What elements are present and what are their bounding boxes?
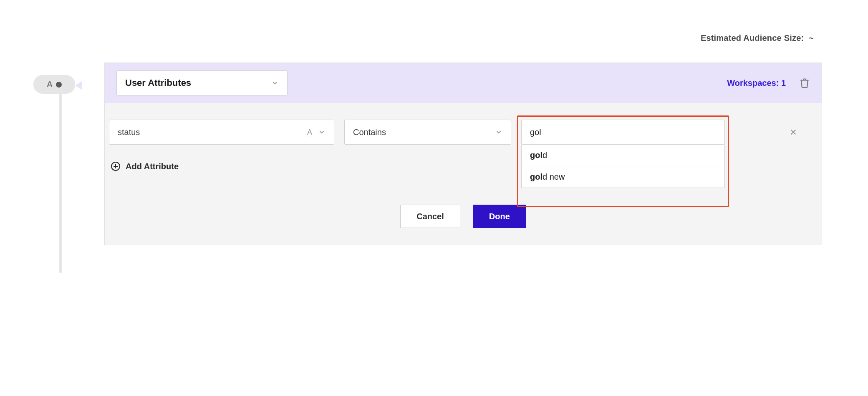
step-node-pill[interactable]: A <box>33 75 75 94</box>
segment-type-select[interactable]: User Attributes <box>116 70 288 95</box>
value-input[interactable] <box>521 120 725 145</box>
chevron-down-icon <box>495 128 502 136</box>
suggestion-item[interactable]: gold new <box>522 166 724 188</box>
trash-icon <box>799 78 810 88</box>
text-type-icon: A <box>307 128 312 137</box>
criteria-row: status A Contains <box>109 120 818 145</box>
done-button-label: Done <box>489 212 510 221</box>
add-attribute-label: Add Attribute <box>126 162 179 171</box>
flow-connector-arrow-icon <box>75 81 82 90</box>
audience-size-label: Estimated Audience Size: <box>701 33 804 43</box>
segment-type-label: User Attributes <box>125 78 191 88</box>
flow-vertical-line <box>59 94 62 273</box>
segment-card: User Attributes Workspaces: 1 <box>104 63 822 245</box>
suggestion-match: gol <box>530 172 542 181</box>
autocomplete-suggestions: gold gold new <box>521 145 725 188</box>
chevron-down-icon <box>318 128 326 136</box>
audience-size-value: ~ <box>809 33 814 43</box>
suggestion-item[interactable]: gold <box>522 145 724 166</box>
segment-card-body: status A Contains <box>105 103 822 245</box>
cancel-button[interactable]: Cancel <box>400 205 460 228</box>
card-actions: Cancel Done <box>109 205 818 228</box>
attribute-select-value: status <box>118 128 140 137</box>
step-node-dot-icon <box>56 82 62 88</box>
chevron-down-icon <box>271 79 279 87</box>
cancel-button-label: Cancel <box>416 212 444 221</box>
delete-segment-button[interactable] <box>799 78 810 88</box>
operator-select-value: Contains <box>353 128 386 137</box>
step-node-letter: A <box>47 80 53 89</box>
estimated-audience-size: Estimated Audience Size: ~ <box>701 33 814 43</box>
plus-circle-icon <box>111 161 121 171</box>
suggestion-rest: d new <box>542 172 565 181</box>
attribute-select[interactable]: status A <box>109 120 334 145</box>
workspaces-link[interactable]: Workspaces: 1 <box>727 78 786 88</box>
segment-card-header: User Attributes Workspaces: 1 <box>105 63 822 103</box>
remove-criteria-button[interactable] <box>785 120 802 145</box>
value-input-container: gold gold new <box>521 120 725 145</box>
close-icon <box>789 128 798 137</box>
operator-select[interactable]: Contains <box>344 120 511 145</box>
done-button[interactable]: Done <box>473 205 526 228</box>
suggestion-match: gol <box>530 150 542 160</box>
suggestion-rest: d <box>542 150 547 160</box>
